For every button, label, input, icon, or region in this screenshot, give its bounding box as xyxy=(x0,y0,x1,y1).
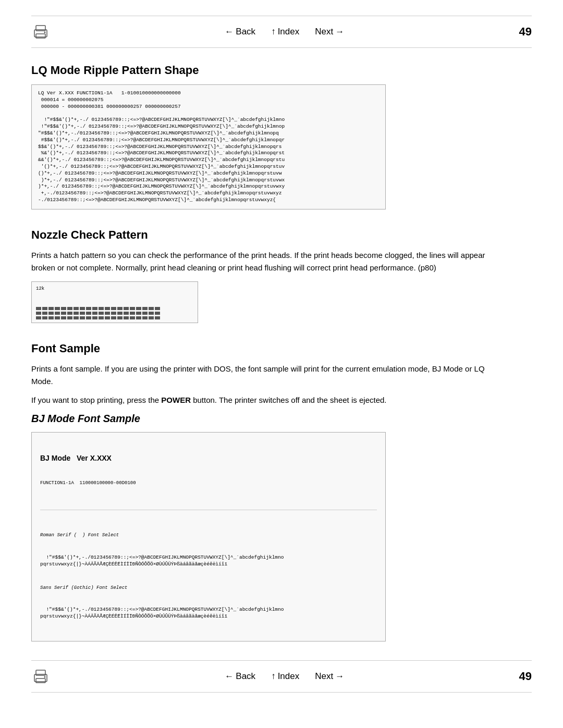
nozzle-cell xyxy=(42,307,47,310)
nozzle-cell xyxy=(117,316,123,319)
nozzle-cell xyxy=(111,312,116,315)
font-sample-body1: Prints a font sample. If you are using t… xyxy=(31,363,490,388)
nozzle-cell xyxy=(136,312,141,315)
nozzle-cell xyxy=(111,316,116,319)
nozzle-cell xyxy=(155,307,160,310)
nozzle-cell xyxy=(142,312,148,315)
nozzle-cell xyxy=(105,307,110,310)
nozzle-cell xyxy=(111,307,116,310)
nozzle-check-body: Prints a hatch pattern so you can check … xyxy=(31,249,490,274)
bottom-index-link[interactable]: ↑ Index xyxy=(271,671,299,682)
nozzle-cell xyxy=(55,307,60,310)
svg-rect-2 xyxy=(36,34,45,38)
nozzle-cell xyxy=(105,316,110,319)
nozzle-cell xyxy=(55,316,60,319)
sans-font-title: Sans Serif (Gothic) Font Select xyxy=(40,585,377,591)
back-arrow-icon: ← xyxy=(225,27,234,37)
nozzle-cell xyxy=(105,312,110,315)
bj-mode-header: BJ Mode Ver X.XXX xyxy=(40,453,377,464)
bottom-nav-center: ← Back ↑ Index Next → xyxy=(225,671,344,682)
nozzle-cell xyxy=(124,316,129,319)
nozzle-row-3 xyxy=(36,316,160,319)
nozzle-cell xyxy=(92,312,97,315)
bottom-back-link[interactable]: ← Back xyxy=(225,671,255,682)
nozzle-cell xyxy=(86,312,91,315)
nozzle-cell xyxy=(36,316,41,319)
font-sample-section: Font Sample Prints a font sample. If you… xyxy=(31,342,532,641)
back-label: Back xyxy=(236,27,255,37)
nozzle-label: 12k xyxy=(36,286,44,291)
nozzle-cell xyxy=(92,316,97,319)
nozzle-cell xyxy=(130,307,135,310)
nozzle-cell xyxy=(74,316,79,319)
nozzle-cell xyxy=(80,312,85,315)
nozzle-cell xyxy=(48,316,54,319)
page-container: ← Back ↑ Index Next → 49 LQ Mode Ripple … xyxy=(0,0,563,728)
bottom-nav-left xyxy=(31,667,50,686)
nozzle-cell xyxy=(136,316,141,319)
nozzle-cell xyxy=(74,307,79,310)
nozzle-cell xyxy=(99,307,104,310)
nozzle-cell xyxy=(74,312,79,315)
nozzle-cell xyxy=(61,316,66,319)
nozzle-cell xyxy=(48,312,54,315)
lq-mode-title: LQ Mode Ripple Pattern Shape xyxy=(31,64,532,77)
index-link[interactable]: ↑ Index xyxy=(271,27,299,37)
next-link[interactable]: Next → xyxy=(315,27,344,37)
nozzle-cell xyxy=(142,316,148,319)
nozzle-cell xyxy=(42,312,47,315)
nozzle-cell xyxy=(117,312,123,315)
nav-center: ← Back ↑ Index Next → xyxy=(225,27,344,37)
nozzle-cell xyxy=(124,307,129,310)
nozzle-cell xyxy=(155,312,160,315)
bottom-back-arrow-icon: ← xyxy=(225,671,234,682)
sans-font-content: !"#$$&'()*+,-./0123456789::;<=>?@ABCDEFG… xyxy=(40,606,377,620)
nozzle-cell xyxy=(80,316,85,319)
bottom-back-label: Back xyxy=(236,671,255,682)
nozzle-cell xyxy=(142,307,148,310)
lq-mode-code: LQ Ver X.XXX FUNCTION1-1A 1-010010000000… xyxy=(31,84,386,209)
nav-left xyxy=(31,22,50,41)
nozzle-cell xyxy=(99,312,104,315)
nozzle-cell xyxy=(92,307,97,310)
nozzle-cell xyxy=(149,307,154,310)
bottom-next-link[interactable]: Next → xyxy=(315,671,344,682)
nozzle-cell xyxy=(86,307,91,310)
page-number-bottom: 49 xyxy=(519,670,532,683)
nozzle-cell xyxy=(55,312,60,315)
nozzle-cell xyxy=(48,307,54,310)
nozzle-cell xyxy=(67,312,72,315)
svg-rect-6 xyxy=(36,678,45,683)
nozzle-cell xyxy=(130,316,135,319)
bottom-index-label: Index xyxy=(278,671,300,682)
next-arrow-icon: → xyxy=(335,27,344,37)
nozzle-cell xyxy=(86,316,91,319)
nozzle-cell xyxy=(67,316,72,319)
nozzle-cell xyxy=(80,307,85,310)
bj-mode-font-sample-box: BJ Mode Ver X.XXX FUNCTION1-1A 110000100… xyxy=(31,432,386,641)
nozzle-cell xyxy=(117,307,123,310)
nozzle-cell xyxy=(149,316,154,319)
nozzle-cell xyxy=(42,316,47,319)
nozzle-cell xyxy=(155,316,160,319)
nozzle-cell xyxy=(67,307,72,310)
up-arrow-icon: ↑ xyxy=(271,27,276,37)
nozzle-cell xyxy=(61,307,66,310)
svg-point-3 xyxy=(44,32,46,33)
roman-font-title: Roman Serif ( ) Font Select xyxy=(40,532,377,539)
nozzle-row-1 xyxy=(36,307,160,310)
nozzle-cell xyxy=(99,316,104,319)
nozzle-check-section: Nozzle Check Pattern Prints a hatch patt… xyxy=(31,228,532,323)
bj-mode-subsection-title: BJ Mode Font Sample xyxy=(31,413,532,425)
back-link[interactable]: ← Back xyxy=(225,27,255,37)
nozzle-cell xyxy=(61,312,66,315)
bj-mode-divider1 xyxy=(40,510,377,510)
nozzle-grid xyxy=(36,307,160,319)
nozzle-cell xyxy=(149,312,154,315)
lq-mode-section: LQ Mode Ripple Pattern Shape LQ Ver X.XX… xyxy=(31,64,532,209)
nozzle-cell xyxy=(130,312,135,315)
next-label: Next xyxy=(315,27,333,37)
nozzle-check-title: Nozzle Check Pattern xyxy=(31,228,532,242)
bottom-next-arrow-icon: → xyxy=(335,671,344,682)
bottom-nav-bar: ← Back ↑ Index Next → 49 xyxy=(31,660,532,693)
